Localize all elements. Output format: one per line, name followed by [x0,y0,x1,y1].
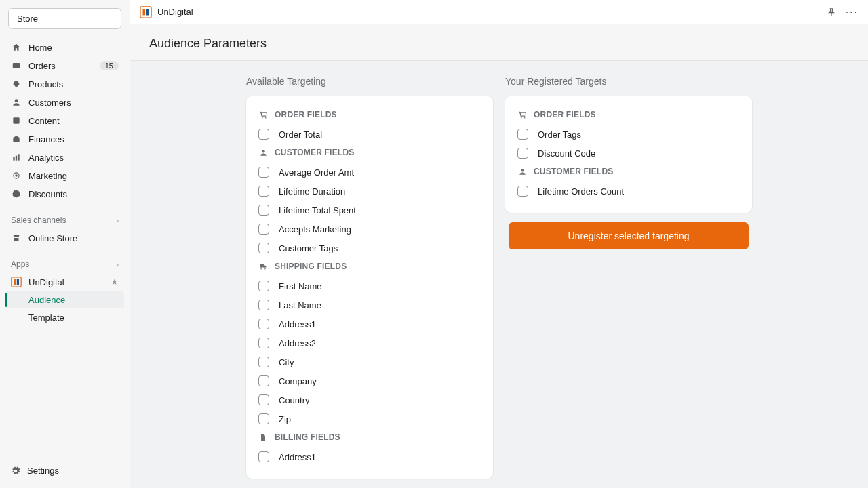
nav-item-products[interactable]: Products [5,75,124,93]
nav-label: Marketing [28,171,119,181]
checkbox[interactable] [258,394,269,405]
app-sub-audience[interactable]: Audience [5,291,124,308]
nav-item-home[interactable]: Home [5,39,124,56]
target-label: Lifetime Duration [279,186,345,197]
svg-point-18 [261,268,262,269]
svg-point-6 [15,174,18,177]
apps-header[interactable]: Apps › [5,256,124,273]
target-row[interactable]: Lifetime Orders Count [517,182,740,201]
group-header: CUSTOMER FIELDS [517,167,740,176]
target-row[interactable]: Address1 [258,314,481,333]
checkbox[interactable] [517,148,528,159]
checkbox[interactable] [258,129,269,140]
app-undigital[interactable]: UnDigital [5,273,124,291]
file-icon [258,432,268,442]
discounts-icon [11,188,22,199]
target-row[interactable]: Last Name [258,296,481,314]
more-icon[interactable]: ··· [846,6,859,18]
checkbox[interactable] [517,129,528,140]
sales-channels-header[interactable]: Sales channels › [5,211,124,229]
nav-item-content[interactable]: Content [5,112,124,129]
content-scroll[interactable]: Available Targeting ORDER FIELDSOrder To… [130,61,868,488]
target-row[interactable]: First Name [258,277,481,296]
page-title: Audience Parameters [149,37,849,51]
app-sub-template[interactable]: Template [5,309,124,326]
pin-icon[interactable] [827,7,836,17]
checkbox[interactable] [258,451,269,462]
nav-item-settings[interactable]: Settings [5,462,124,480]
target-row[interactable]: Country [258,390,481,409]
target-label: Accepts Marketing [279,224,351,235]
checkbox[interactable] [258,167,269,178]
checkbox[interactable] [258,413,269,424]
pin-icon[interactable] [111,278,119,286]
checkbox[interactable] [258,357,269,367]
checkbox[interactable] [258,319,269,329]
target-row[interactable]: Order Total [258,125,481,144]
nav-label: Discounts [28,189,119,199]
target-label: Order Tags [538,129,581,140]
target-row[interactable]: Lifetime Total Spent [258,201,481,220]
nav-item-discounts[interactable]: Discounts [5,185,124,203]
checkbox[interactable] [258,338,269,348]
store-selector[interactable]: Store [8,8,121,29]
nav-item-customers[interactable]: Customers [5,94,124,111]
nav-label: Orders [28,61,100,71]
target-row[interactable]: Company [258,371,481,390]
nav-label: Finances [28,134,119,144]
checkbox[interactable] [258,243,269,253]
cart-icon [258,110,268,119]
checkbox[interactable] [517,186,528,197]
undigital-app-icon [11,277,22,287]
svg-point-1 [15,99,18,102]
unregister-button[interactable]: Unregister selected targeting [509,222,749,249]
svg-point-22 [521,169,524,171]
available-column: Available Targeting ORDER FIELDSOrder To… [246,76,493,479]
store-icon [11,232,22,243]
nav-label: Content [28,116,119,126]
target-row[interactable]: Discount Code [517,144,740,163]
target-row[interactable]: City [258,352,481,371]
store-selector-label: Store [17,14,38,24]
group-label: ORDER FIELDS [534,110,596,119]
target-row[interactable]: Lifetime Duration [258,182,481,201]
svg-rect-13 [146,9,149,15]
app-title: UnDigital [157,7,827,17]
target-label: Address2 [279,338,316,348]
checkbox[interactable] [258,186,269,197]
group-header: BILLING FIELDS [258,432,481,442]
checkbox[interactable] [258,281,269,291]
checkbox[interactable] [258,205,269,216]
nav-label: Products [28,79,119,89]
checkbox[interactable] [258,224,269,235]
target-label: Country [279,395,310,405]
sidebar: Store Home Orders 15 Products Customers … [0,0,130,488]
page-header: Audience Parameters [130,24,868,61]
nav-item-analytics[interactable]: Analytics [5,148,124,166]
target-row[interactable]: Average Order Amt [258,163,481,182]
target-row[interactable]: Order Tags [517,125,740,144]
checkbox[interactable] [258,300,269,310]
nav-item-orders[interactable]: Orders 15 [5,57,124,75]
target-row[interactable]: Accepts Marketing [258,220,481,239]
svg-point-21 [524,117,525,119]
target-label: Lifetime Total Spent [279,205,356,216]
sales-channel-online-store[interactable]: Online Store [5,229,124,247]
chevron-right-icon: › [117,217,119,224]
target-row[interactable]: Customer Tags [258,239,481,258]
customers-icon [11,97,22,108]
group-label: BILLING FIELDS [275,432,340,442]
group-label: SHIPPING FIELDS [275,262,347,271]
target-row[interactable]: Zip [258,409,481,428]
svg-rect-9 [14,279,16,285]
registered-card: ORDER FIELDSOrder TagsDiscount CodeCUSTO… [505,96,752,213]
truck-icon [258,262,268,271]
target-row[interactable]: Address1 [258,447,481,466]
checkbox[interactable] [258,375,269,386]
target-row[interactable]: Address2 [258,333,481,352]
nav-label: Online Store [28,233,119,243]
nav-item-marketing[interactable]: Marketing [5,167,124,184]
registered-column: Your Registered Targets ORDER FIELDSOrde… [505,76,752,479]
nav-item-finances[interactable]: Finances [5,130,124,148]
target-label: Address1 [279,319,316,329]
